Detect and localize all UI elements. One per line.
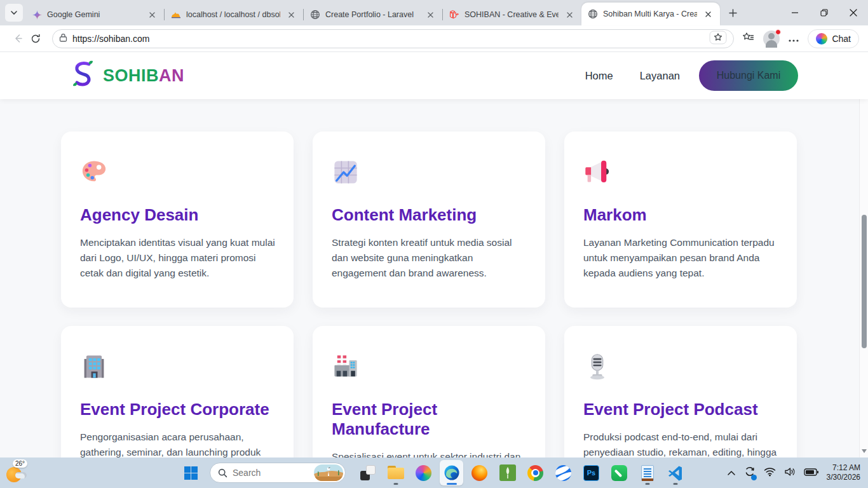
copilot-chat-label: Chat xyxy=(832,34,851,44)
tab-search-chevron-icon[interactable] xyxy=(5,4,23,22)
brand-wordmark: SOHIBAN xyxy=(103,66,184,86)
start-button[interactable] xyxy=(184,458,198,488)
service-card-markom[interactable]: Markom Layanan Marketing Communication t… xyxy=(564,132,797,308)
coreldraw-button[interactable] xyxy=(496,460,519,485)
notes-app-button[interactable] xyxy=(607,460,631,485)
studio-microphone-icon xyxy=(583,353,611,381)
weather-temp: 26° xyxy=(13,459,27,468)
google-earth-button[interactable] xyxy=(552,460,575,485)
tab-google-gemini[interactable]: Google Gemini xyxy=(25,4,164,25)
edge-button[interactable] xyxy=(440,460,463,485)
edge-icon xyxy=(444,464,460,481)
card-title: Content Marketing xyxy=(332,205,526,225)
notification-dot xyxy=(775,29,781,35)
service-card-event-podcast[interactable]: Event Project Podcast Produksi podcast e… xyxy=(564,326,797,458)
url-text[interactable]: https://sohiban.com xyxy=(72,34,704,44)
site-logo[interactable]: SOHIBAN xyxy=(70,59,184,92)
task-view-icon xyxy=(360,465,376,480)
new-tab-button[interactable] xyxy=(724,4,742,22)
active-indicator xyxy=(447,483,457,485)
close-window-button[interactable] xyxy=(839,0,868,25)
card-description: Spesialisasi event untuk sektor industri… xyxy=(332,449,529,458)
nav-link-layanan[interactable]: Layanan xyxy=(640,70,680,82)
browser-toolbar: https://sohiban.com Chat xyxy=(0,25,868,52)
tab-sohiban-laravel[interactable]: SOHIBAN - Creative & Event Ag xyxy=(443,4,581,25)
card-title: Markom xyxy=(583,205,778,225)
copilot-button[interactable] xyxy=(412,460,435,485)
scroll-down-arrow[interactable] xyxy=(862,449,867,453)
file-explorer-button[interactable] xyxy=(384,460,407,485)
minimize-button[interactable] xyxy=(780,0,810,25)
tray-chevron-up-icon[interactable] xyxy=(727,467,736,478)
green-pen-app-icon xyxy=(611,465,627,481)
tab-label: Create Portfolio - Laravel xyxy=(325,10,419,19)
close-tab-icon[interactable] xyxy=(146,9,158,20)
taskbar-search[interactable] xyxy=(210,463,346,483)
sync-update-icon[interactable] xyxy=(744,466,756,480)
settings-ellipsis-icon[interactable] xyxy=(789,33,799,44)
tab-sohiban-active[interactable]: Sohiban Multi Karya - Creative xyxy=(581,3,720,25)
card-title: Event Project Manufacture xyxy=(332,400,526,439)
laravel-icon xyxy=(449,10,459,20)
task-view-button[interactable] xyxy=(356,460,379,485)
firefox-button[interactable] xyxy=(468,460,491,485)
card-title: Event Project Podcast xyxy=(583,400,778,419)
service-card-event-corporate[interactable]: Event Project Corporate Pengorganisasian… xyxy=(61,326,294,458)
tab-phpmyadmin[interactable]: localhost / localhost / dbsohib xyxy=(165,4,303,25)
notepad-button[interactable] xyxy=(635,460,659,485)
close-tab-icon[interactable] xyxy=(564,9,575,20)
vscode-button[interactable] xyxy=(663,460,687,485)
megaphone-icon xyxy=(583,158,611,186)
factory-icon xyxy=(332,353,360,381)
site-header: SOHIBAN Home Layanan Hubungi Kami xyxy=(0,52,868,99)
tab-label: Google Gemini xyxy=(47,10,141,19)
search-icon xyxy=(218,468,227,478)
running-indicator xyxy=(393,483,398,485)
folder-icon xyxy=(388,466,404,480)
tab-label: localhost / localhost / dbsohib xyxy=(186,10,280,19)
service-card-event-manufacture[interactable]: Event Project Manufacture Spesialisasi e… xyxy=(313,326,545,458)
wifi-icon[interactable] xyxy=(764,467,776,479)
close-tab-icon[interactable] xyxy=(285,9,297,20)
copilot-icon xyxy=(816,33,827,44)
clock-date: 3/30/2026 xyxy=(827,473,860,482)
coreldraw-icon xyxy=(499,464,516,481)
page-scrollbar[interactable] xyxy=(859,52,868,458)
chrome-button[interactable] xyxy=(524,460,547,485)
chrome-icon xyxy=(527,465,543,481)
windows-taskbar: 26° Ps xyxy=(0,458,868,488)
photoshop-button[interactable]: Ps xyxy=(580,460,603,485)
favorites-icon[interactable] xyxy=(742,32,754,46)
taskbar-app-icons: Ps xyxy=(356,458,687,488)
battery-icon[interactable] xyxy=(804,467,818,478)
service-card-agency-desain[interactable]: Agency Desain Menciptakan identitas visu… xyxy=(61,132,294,308)
nav-link-home[interactable]: Home xyxy=(585,70,613,82)
tab-label: SOHIBAN - Creative & Event Ag xyxy=(465,10,559,19)
search-highlight-image[interactable] xyxy=(314,464,343,481)
running-indicator xyxy=(673,483,677,485)
taskbar-clock[interactable]: 7:12 AM 3/30/2026 xyxy=(827,463,860,482)
address-bar[interactable]: https://sohiban.com xyxy=(52,29,734,48)
profile-avatar[interactable] xyxy=(763,30,780,47)
restore-button[interactable] xyxy=(810,0,839,25)
service-card-content-marketing[interactable]: Content Marketing Strategi konten kreati… xyxy=(313,132,545,308)
globe-icon xyxy=(588,9,598,19)
copilot-icon xyxy=(416,465,431,481)
volume-icon[interactable] xyxy=(784,467,796,479)
contact-cta-button[interactable]: Hubungi Kami xyxy=(699,60,798,91)
copilot-chat-button[interactable]: Chat xyxy=(808,29,859,48)
back-button[interactable] xyxy=(9,30,27,48)
search-input[interactable] xyxy=(233,468,309,478)
photoshop-icon: Ps xyxy=(583,465,599,481)
weather-widget[interactable]: 26° xyxy=(5,458,27,488)
chart-increasing-icon xyxy=(332,158,360,186)
tab-create-portfolio[interactable]: Create Portfolio - Laravel xyxy=(304,4,442,25)
tab-label: Sohiban Multi Karya - Creative xyxy=(603,10,697,18)
scrollbar-thumb[interactable] xyxy=(862,215,867,348)
close-tab-icon[interactable] xyxy=(702,8,714,20)
vscode-icon xyxy=(667,464,684,481)
close-tab-icon[interactable] xyxy=(424,9,436,20)
phpmyadmin-icon xyxy=(171,10,181,20)
refresh-button[interactable] xyxy=(27,30,44,48)
bookmark-star-icon[interactable] xyxy=(709,30,727,47)
